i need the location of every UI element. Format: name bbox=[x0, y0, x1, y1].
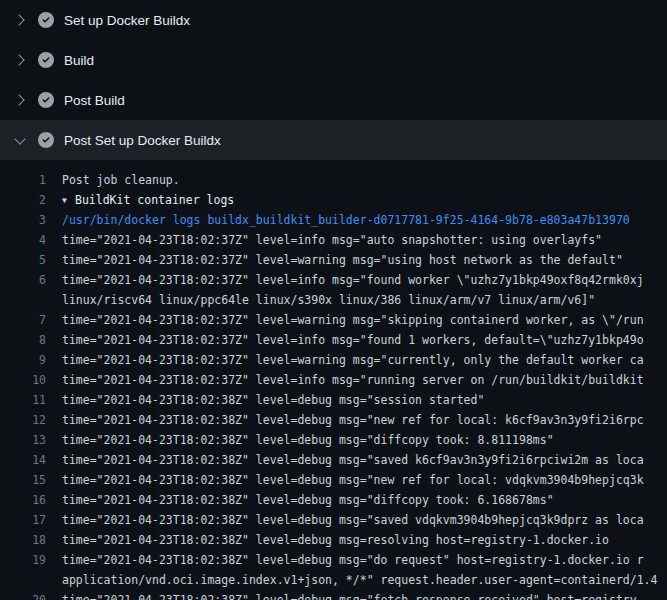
log-line-text: time="2021-04-23T18:02:38Z" level=debug … bbox=[46, 390, 484, 410]
log-line-number[interactable]: 20 bbox=[0, 590, 46, 600]
log-line[interactable]: 12time="2021-04-23T18:02:38Z" level=debu… bbox=[0, 410, 667, 430]
steps-list: Set up Docker BuildxBuildPost BuildPost … bbox=[0, 0, 667, 160]
step-row-post-build[interactable]: Post Build bbox=[0, 80, 667, 120]
log-line-number[interactable]: 18 bbox=[0, 530, 46, 550]
log-line-text: time="2021-04-23T18:02:37Z" level=info m… bbox=[46, 330, 644, 350]
log-line[interactable]: 7time="2021-04-23T18:02:37Z" level=warni… bbox=[0, 310, 667, 330]
chevron-right-icon[interactable] bbox=[12, 12, 28, 28]
log-line-number[interactable]: 14 bbox=[0, 450, 46, 470]
log-line[interactable]: 1Post job cleanup. bbox=[0, 170, 667, 190]
log-line-text: Post job cleanup. bbox=[46, 170, 180, 190]
log-command-text[interactable]: /usr/bin/docker logs buildx_buildkit_bui… bbox=[46, 210, 630, 230]
log-line[interactable]: 20time="2021-04-23T18:02:38Z" level=debu… bbox=[0, 590, 667, 600]
log-line-text: time="2021-04-23T18:02:38Z" level=debug … bbox=[46, 430, 554, 450]
log-line[interactable]: 15time="2021-04-23T18:02:38Z" level=debu… bbox=[0, 470, 667, 490]
log-line[interactable]: 11time="2021-04-23T18:02:38Z" level=debu… bbox=[0, 390, 667, 410]
log-line[interactable]: application/vnd.oci.image.index.v1+json,… bbox=[0, 570, 667, 590]
log-line-text: time="2021-04-23T18:02:38Z" level=debug … bbox=[46, 470, 644, 490]
log-line-number[interactable]: 9 bbox=[0, 350, 46, 370]
log-line-text: time="2021-04-23T18:02:37Z" level=warnin… bbox=[46, 350, 644, 370]
log-line[interactable]: 5time="2021-04-23T18:02:37Z" level=warni… bbox=[0, 250, 667, 270]
log-line-text: time="2021-04-23T18:02:38Z" level=debug … bbox=[46, 450, 644, 470]
log-line[interactable]: 4time="2021-04-23T18:02:37Z" level=info … bbox=[0, 230, 667, 250]
log-line[interactable]: 10time="2021-04-23T18:02:37Z" level=info… bbox=[0, 370, 667, 390]
log-line-text: time="2021-04-23T18:02:37Z" level=info m… bbox=[46, 230, 602, 250]
step-row-build[interactable]: Build bbox=[0, 40, 667, 80]
log-line[interactable]: 2▼BuildKit container logs bbox=[0, 190, 667, 210]
log-line[interactable]: 3/usr/bin/docker logs buildx_buildkit_bu… bbox=[0, 210, 667, 230]
log-line-text: application/vnd.oci.image.index.v1+json,… bbox=[46, 570, 657, 590]
log-line-number[interactable]: 2 bbox=[0, 190, 46, 210]
log-line[interactable]: 9time="2021-04-23T18:02:37Z" level=warni… bbox=[0, 350, 667, 370]
log-line-number[interactable]: 19 bbox=[0, 550, 46, 570]
log-line-number bbox=[0, 570, 46, 590]
log-line-number[interactable]: 11 bbox=[0, 390, 46, 410]
log-line-number[interactable]: 10 bbox=[0, 370, 46, 390]
log-line-number[interactable]: 8 bbox=[0, 330, 46, 350]
log-line-text: time="2021-04-23T18:02:37Z" level=info m… bbox=[46, 370, 644, 390]
actions-log-viewer: Set up Docker BuildxBuildPost BuildPost … bbox=[0, 0, 667, 600]
log-line-number[interactable]: 6 bbox=[0, 270, 46, 290]
log-group-line: ▼BuildKit container logs bbox=[46, 190, 234, 210]
log-line-text: time="2021-04-23T18:02:37Z" level=warnin… bbox=[46, 250, 623, 270]
log-group-label: BuildKit container logs bbox=[75, 193, 234, 207]
log-line-number[interactable]: 16 bbox=[0, 490, 46, 510]
log-line-number[interactable]: 13 bbox=[0, 430, 46, 450]
log-group-toggle-icon[interactable]: ▼ bbox=[62, 191, 75, 210]
log-line-number[interactable]: 4 bbox=[0, 230, 46, 250]
log-line-text: time="2021-04-23T18:02:38Z" level=debug … bbox=[46, 410, 644, 430]
log-line[interactable]: 17time="2021-04-23T18:02:38Z" level=debu… bbox=[0, 510, 667, 530]
log-line-text: time="2021-04-23T18:02:37Z" level=info m… bbox=[46, 270, 644, 290]
chevron-right-icon[interactable] bbox=[12, 52, 28, 68]
log-line-text: time="2021-04-23T18:02:38Z" level=debug … bbox=[46, 550, 644, 570]
step-label: Post Build bbox=[64, 93, 125, 108]
log-line[interactable]: 18time="2021-04-23T18:02:38Z" level=debu… bbox=[0, 530, 667, 550]
log-line[interactable]: linux/riscv64 linux/ppc64le linux/s390x … bbox=[0, 290, 667, 310]
step-label: Post Set up Docker Buildx bbox=[64, 133, 221, 148]
log-line-text: linux/riscv64 linux/ppc64le linux/s390x … bbox=[46, 290, 595, 310]
log-line[interactable]: 14time="2021-04-23T18:02:38Z" level=debu… bbox=[0, 450, 667, 470]
log-line-number[interactable]: 3 bbox=[0, 210, 46, 230]
log-line-number[interactable]: 7 bbox=[0, 310, 46, 330]
log-line[interactable]: 19time="2021-04-23T18:02:38Z" level=debu… bbox=[0, 550, 667, 570]
success-check-icon bbox=[38, 92, 54, 108]
log-line-number[interactable]: 15 bbox=[0, 470, 46, 490]
log-line-text: time="2021-04-23T18:02:38Z" level=debug … bbox=[46, 590, 644, 600]
log-line-number bbox=[0, 290, 46, 310]
step-row-post-set-up-docker-buildx[interactable]: Post Set up Docker Buildx bbox=[0, 120, 667, 160]
log-line-text: time="2021-04-23T18:02:38Z" level=debug … bbox=[46, 490, 554, 510]
step-label: Set up Docker Buildx bbox=[64, 13, 190, 28]
step-label: Build bbox=[64, 53, 94, 68]
log-line-number[interactable]: 12 bbox=[0, 410, 46, 430]
step-row-set-up-docker-buildx[interactable]: Set up Docker Buildx bbox=[0, 0, 667, 40]
chevron-right-icon[interactable] bbox=[12, 92, 28, 108]
log-line[interactable]: 8time="2021-04-23T18:02:37Z" level=info … bbox=[0, 330, 667, 350]
log-line[interactable]: 16time="2021-04-23T18:02:38Z" level=debu… bbox=[0, 490, 667, 510]
log-line-number[interactable]: 1 bbox=[0, 170, 46, 190]
log-line-text: time="2021-04-23T18:02:38Z" level=debug … bbox=[46, 530, 609, 550]
success-check-icon bbox=[38, 12, 54, 28]
chevron-down-icon[interactable] bbox=[12, 132, 28, 148]
log-area: 1Post job cleanup.2▼BuildKit container l… bbox=[0, 160, 667, 600]
log-line[interactable]: 13time="2021-04-23T18:02:38Z" level=debu… bbox=[0, 430, 667, 450]
success-check-icon bbox=[38, 132, 54, 148]
log-line-number[interactable]: 17 bbox=[0, 510, 46, 530]
log-line-text: time="2021-04-23T18:02:38Z" level=debug … bbox=[46, 510, 644, 530]
log-line-number[interactable]: 5 bbox=[0, 250, 46, 270]
log-line-text: time="2021-04-23T18:02:37Z" level=warnin… bbox=[46, 310, 644, 330]
log-line[interactable]: 6time="2021-04-23T18:02:37Z" level=info … bbox=[0, 270, 667, 290]
success-check-icon bbox=[38, 52, 54, 68]
